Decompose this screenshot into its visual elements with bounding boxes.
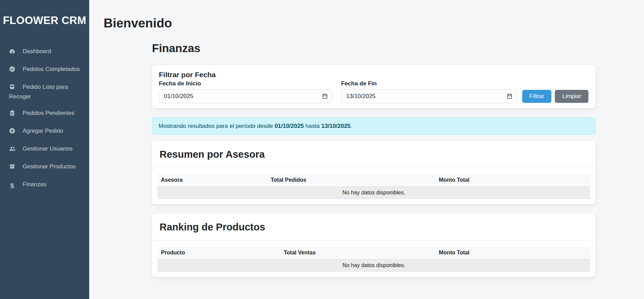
column-monto-total: Monto Total xyxy=(435,174,590,187)
clear-button[interactable]: Limpiar xyxy=(555,90,588,103)
sidebar-item-label: Gestionar Usuarios xyxy=(23,145,73,152)
ranking-card-title: Ranking de Productos xyxy=(160,220,588,234)
sidebar-item-label: Pedidos Completados xyxy=(23,66,80,72)
column-producto: Producto xyxy=(157,246,280,260)
card-header: Ranking de Productos xyxy=(152,213,596,241)
gauge-icon xyxy=(9,48,15,57)
results-info-alert: Mostrando resultados para el período des… xyxy=(152,117,596,135)
product-ranking-card: Ranking de Productos Producto Total Vent… xyxy=(152,213,596,277)
archive-box-icon xyxy=(9,163,15,172)
calendar-icon[interactable] xyxy=(506,93,513,99)
summary-card-title: Resumen por Asesora xyxy=(160,148,588,161)
column-total-pedidos: Total Pedidos xyxy=(267,174,435,187)
sidebar-item-pedidos-pendientes[interactable]: Pedidos Pendientes xyxy=(0,105,89,123)
date-filter-card: Filtrar por Fecha Fecha de Inicio Fecha … xyxy=(152,65,596,108)
empty-message: No hay datos disponibles. xyxy=(157,260,590,272)
sidebar-item-label: Dashboard xyxy=(23,48,51,55)
start-date-field: Fecha de Inicio xyxy=(159,80,332,103)
end-date-field: Fecha de Fin xyxy=(341,80,517,103)
sidebar-item-label: Pedidos Pendientes xyxy=(23,110,74,116)
sidebar: FLOOWER CRM Dashboard Pedidos Completado… xyxy=(0,0,89,299)
summary-table: Asesora Total Pedidos Monto Total No hay… xyxy=(157,174,590,199)
sidebar-menu: Dashboard Pedidos Completados Pedido Lis… xyxy=(0,43,89,194)
clipboard-icon xyxy=(9,110,15,119)
start-date-input[interactable] xyxy=(159,89,332,103)
sidebar-item-label: Agregar Pedido xyxy=(23,128,63,134)
users-icon xyxy=(9,145,15,154)
end-date-label: Fecha de Fin xyxy=(341,80,517,87)
sidebar-item-finanzas[interactable]: $Finanzas xyxy=(0,176,89,194)
table-header-row: Asesora Total Pedidos Monto Total xyxy=(157,174,590,187)
sidebar-item-label: Gestionar Productos xyxy=(23,163,76,170)
sidebar-item-agregar-pedido[interactable]: Agregar Pedido xyxy=(0,123,89,141)
table-header-row: Producto Total Ventas Monto Total xyxy=(157,246,590,260)
card-header: Resumen por Asesora xyxy=(152,141,596,168)
sidebar-item-pedido-listo-para-recoger[interactable]: Pedido Listo para Recoger xyxy=(0,79,89,105)
start-date-label: Fecha de Inicio xyxy=(159,80,332,87)
filter-button[interactable]: Filtrar xyxy=(522,90,551,103)
alert-start-date: 01/10/2025 xyxy=(274,123,304,129)
column-asesora: Asesora xyxy=(157,174,267,187)
table-empty-row: No hay datos disponibles. xyxy=(157,187,590,199)
table-empty-row: No hay datos disponibles. xyxy=(157,260,590,272)
sidebar-item-label: Finanzas xyxy=(23,181,46,188)
summary-by-advisor-card: Resumen por Asesora Asesora Total Pedido… xyxy=(152,141,596,204)
filter-title: Filtrar por Fecha xyxy=(159,70,589,79)
end-date-input[interactable] xyxy=(341,89,517,103)
main-content: Bienvenido Finanzas Filtrar por Fecha Fe… xyxy=(89,0,644,299)
sidebar-item-pedidos-completados[interactable]: Pedidos Completados xyxy=(0,61,89,79)
app-title: FLOOWER CRM xyxy=(0,14,89,27)
check-circle-icon xyxy=(9,66,15,75)
alert-end-date: 13/10/2025 xyxy=(321,123,350,129)
dollar-icon: $ xyxy=(9,182,15,190)
empty-message: No hay datos disponibles. xyxy=(157,187,590,199)
page-title: Bienvenido xyxy=(104,16,644,31)
calendar-icon[interactable] xyxy=(322,93,328,99)
section-title: Finanzas xyxy=(152,41,596,56)
ranking-table: Producto Total Ventas Monto Total No hay… xyxy=(157,246,590,272)
plus-circle-icon xyxy=(9,128,15,136)
sidebar-item-dashboard[interactable]: Dashboard xyxy=(0,43,89,61)
box-open-icon xyxy=(9,84,15,93)
column-monto-total: Monto Total xyxy=(435,246,590,260)
sidebar-item-gestionar-productos[interactable]: Gestionar Productos xyxy=(0,158,89,176)
sidebar-item-gestionar-usuarios[interactable]: Gestionar Usuarios xyxy=(0,141,89,158)
column-total-ventas: Total Ventas xyxy=(280,246,435,260)
sidebar-item-label: Pedido Listo para Recoger xyxy=(9,84,68,100)
